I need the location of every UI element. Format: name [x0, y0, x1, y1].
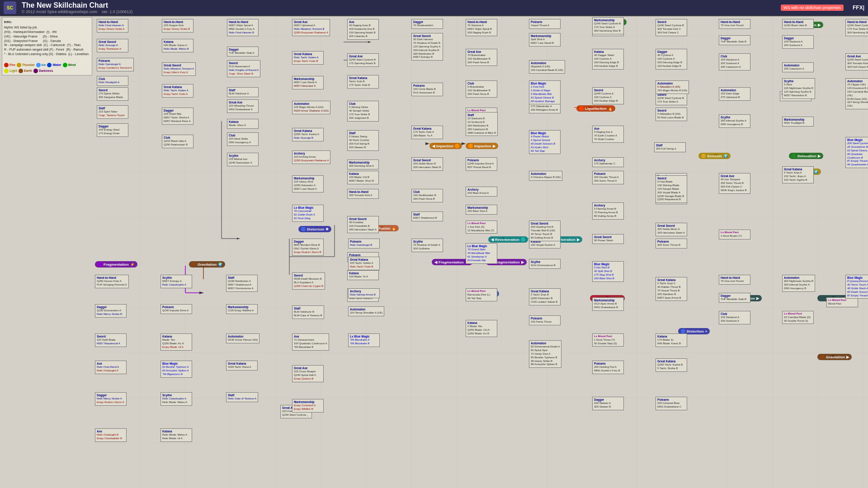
sc-impaction-left: ◀ Impaction	[429, 143, 462, 149]
node-automaton-ct: Automaton 0 Chimera Ripper B (VE)	[529, 171, 562, 181]
node-katana-bot2: Katana Relic Blade: Metsu A Relic Blade:…	[160, 428, 192, 442]
sc-liquefaction-top: Liquefaction 🔥	[576, 105, 615, 112]
node-marksmanship-cb: Marksmanship Empy Coronach A Empy Wildfi…	[292, 399, 324, 413]
node-greatsword-top: Great Sword Relic Scourge A Empy Torelea…	[97, 39, 128, 52]
node-staff-cb: Staff BLM Vidohunir B BLM Gate of Tartar…	[292, 305, 324, 319]
node-pld-3: Sword PLD Atonement A Relic Knights of R…	[227, 60, 260, 77]
sc-distortion: Distortion ❄	[298, 226, 331, 232]
node-archery-addon: Archery 175 Sidewinder C	[592, 157, 624, 167]
node-dagger-2: Dagger 225 Shark Bite M357 Tachi: Shoha …	[162, 108, 193, 125]
info-line-4: (SS) - Sharpshot Frame (G) - Garuda	[4, 39, 90, 43]
chart-icon: SC	[4, 1, 16, 14]
node-katana-bottomright: Katana 175 Blade: Ei NIN Blade: Kamu B	[656, 333, 687, 347]
sc-detonation-right: Detonation ▶	[789, 153, 823, 159]
node-greataxe-center1: Great Axe Q240 Steel Cyclone B 175 Spinn…	[347, 53, 379, 67]
node-club-top: Club Relic Randgrith A	[97, 76, 128, 86]
node-marksmanship-4: Marksmanship 225 Heavy Shot Q250 Detonat…	[292, 175, 324, 192]
node-staff-bot2: Staff Relic Gate of Tartarus A	[226, 392, 258, 402]
node-sword-200: Great Sword 200 Sickle Moon A 200 Hercul…	[656, 223, 687, 236]
sc-gravitation: Gravitation 🌍	[189, 261, 225, 267]
node-automaton-fr: Automaton 150 Keen Edge 275 Upheaval B	[719, 87, 750, 101]
node-bluemagic-ct: Lv Blue Magic 70 Grand Slam 44 Mandibula…	[466, 243, 497, 264]
node-staff-ct: Staff M357 Shattersoul B	[411, 211, 443, 221]
main-container: SC The New Skillchain Chart © 2012 Arcie…	[0, 0, 868, 488]
node-greataxe-3: Great Axe 220 Wheeling Thrust DRG Drakes…	[227, 99, 259, 113]
node-greataxe-center2: Great Katana 175 Tachi: Koki A 290 Blade…	[411, 126, 443, 139]
node-greatsword-right1: Great Axe 70 Brainshaker 150 Skullbreake…	[466, 49, 497, 66]
node-scythe-ct: Scythe 70 Shadow of Death A 200 Guilloti…	[411, 239, 443, 252]
elem-wind: Wind	[63, 63, 76, 67]
node-scythe-bot2: Scythe Relic Catastrophe A Relic Blade: …	[160, 392, 192, 406]
node-marksmanship-r1: Marksmanship Q240 Steel Cyclone B 175 Tr…	[592, 17, 624, 34]
node-marksmanship-xr: Marksmanship RNG Trueflight B	[782, 117, 814, 127]
node-dagger-addon2: Dagger 200 Skewer A 300 Skewer B	[592, 397, 624, 410]
node-automaton-xr: Automaton 290 Cataclysm A	[782, 62, 814, 72]
sc-gravitation-bottom: Gravitation ▶	[817, 354, 852, 360]
node-hth-xrb: Hand-to-Hand Q240 Steel Cyclone B 175 Tr…	[845, 19, 868, 36]
node-greatsword-2: Great Sword Relic Metatron Torment A Emp…	[162, 62, 196, 76]
info-line-5: W - campaign weapon skill (C) - Carbuncl…	[4, 43, 90, 47]
chart-area: Hand-to-Hand Relic Final Heaven A Empy V…	[95, 17, 868, 488]
node-blm-3: Staff BLM Vidohunir A	[227, 87, 259, 97]
node-katana-4: Great Katana Relic Tachi: Kaiten A Empy …	[292, 51, 324, 65]
node-dagger-bot2: Dagger Relic Mercy Stroke A Empy Rudra's…	[95, 392, 127, 406]
node-hth-right1: Hand-to-Hand 70 Stamina A M357 Shijin Sp…	[466, 19, 497, 36]
node-dagger-fr: Dagger THF Mandelic Stab B	[719, 35, 750, 45]
node-dagger-c2: Dagger 70 Shadowstitch	[411, 19, 443, 29]
node-sword-addon2: Sword 0 Abbaddon B (SS) 50 Red Lotus Bla…	[656, 108, 687, 121]
node-polearm-top: Polearm Relic Geirskogul A Empy Camlann'…	[97, 58, 134, 71]
node-greatsword-bottomright: Great Katana Q250 Tachi: Kasha B 5 Tachi…	[656, 358, 687, 372]
elem-dark: Darkness	[33, 69, 53, 73]
node-archery-4b: Archery 225 Arching Arrow Q250 Empyreain…	[292, 150, 330, 164]
node-sword-neartr: Sword 5 Fast Blade 100 Shining Blade 125…	[656, 175, 687, 203]
node-katana-dist: Katana 5 Blade: Rin Q250 Blade: Chi A Q2…	[466, 320, 497, 337]
node-scythe-xr: Scythe 5 Slice 100 Nightmare Scythe B 12…	[782, 78, 815, 99]
node-bluemagic-cb: Lv Blue Magic *99 Bloodrake A *99 Bloodr…	[348, 333, 380, 347]
sc-reverberation-left: ◀ Reverberation	[488, 236, 528, 243]
node-hth-gravbot: Great Sword 200 Howling Fist B Thunder B…	[529, 221, 561, 241]
node-polearm-addon: Polearm 150 Penta Thrust	[529, 315, 561, 325]
node-dagger-top: Dagger 150 Energy Steal 175 Energy Drain	[97, 123, 128, 137]
node-marksmanship-right1: Marksmanship Split Shot A M357 Last Stan…	[529, 33, 561, 47]
sc-fragmentation-left: Fragmentation ⚡	[95, 261, 137, 267]
node-bloodpact-bottomright: Lv Blood Pact 23 Cannibal Blade (D) 30 D…	[782, 311, 814, 324]
node-club-bottomright: Club 100 Starburst A 200 Sunburst A	[719, 311, 750, 324]
node-sword-center2: Great Sword 200 Sickle Moon B 200 Hercul…	[411, 157, 443, 171]
node-katana-bot: Katana Blade: Ten Q250 Blade: Ku A Empy …	[160, 333, 192, 351]
elem-fire: Fire	[4, 63, 15, 67]
node-greatkatana-bot: Great Katana SAM Tachi: Rana A	[226, 361, 258, 371]
node-archery-cb: Archery Relic Namas Arrow B	[348, 288, 380, 298]
node-axe-cb: Axe 71 Disseverment 100 Quadratic Contin…	[292, 333, 329, 351]
node-katana-r1: Katana 40 Dagger Slash 100 Cyclone A 200…	[592, 49, 624, 70]
node-greatkatana-cb: Great Katana 225 Tachi: Gekko A Relic Ta…	[348, 257, 380, 270]
page-subtitle: © 2012 Arciel Spira wilddragonohepc.com …	[22, 9, 132, 14]
node-greatsword-c2: Great Sword 30 Dark Harvest 70 Shadow of…	[411, 33, 443, 61]
node-scythe-3: Scythe 225 Mistral Axe Q240 Decimation A	[227, 153, 259, 166]
node-hth-2: Hand-to-Hand 225 Dragon Kick Empy Victor…	[162, 19, 193, 33]
info-line-6: R - PUP automaton ranged skill (F) - Fen…	[4, 47, 90, 52]
node-dagger-bottomright: Dagger THF Mandelic Stab B	[719, 293, 750, 303]
node-bluemagic-bottomright: Blue Magic 8 Queasyshroom 40 Terror Touc…	[845, 275, 868, 299]
node-club-2: Club Q210 Black Halo A Q250 Realmrazer B	[162, 135, 193, 148]
node-scythe-bot: Scythe M357 Entropy A Relic Catastrophe …	[160, 275, 192, 288]
node-katana-2: Katana NIN Blade: Kamu A Relic Blade: Me…	[162, 39, 193, 52]
node-dagger-ra: Dagger 40 Cyclone A 100 Cyclone A 200 Da…	[656, 49, 687, 70]
node-sword-ra: Sword Q240 Steel Cyclone B 300 Tornado K…	[656, 19, 687, 36]
node-bluemagic-xr: Blue Magic 200 Steel Cyclone 26 Screwdri…	[845, 137, 868, 168]
node-katana-ct: Katana 100 Blade: To A	[347, 270, 379, 280]
node-club-center1: Club 5 Shining Strike 40 Seraph Strike 1…	[347, 101, 379, 122]
node-club-fr: Club 100 Starburst A 200 Sunburst A 290 …	[719, 53, 750, 70]
info-line-2: (HS) - Harlequin/Stormwaker (I) - Ifrit	[4, 30, 90, 34]
node-scythe-fr: Scythe 300 Infernal Scythe A DRK Insurge…	[719, 114, 750, 128]
node-greatkatana-r: Great Katana 5 Tachi: Enpi B Q250 Detona…	[529, 288, 561, 305]
node-sword-addon: Sword Q240 Cyclone A 100 Cyclone A 200 A…	[592, 87, 624, 104]
node-greatsword-xrb: Great Axe Q240 Steel Cyclone B 300 Torna…	[845, 53, 868, 70]
node-hth-ct: Hand-to-Hand 300 Tornado Kick A	[347, 189, 379, 199]
node-dagger-bot: Dagger Q230 Evisceration A Relic Mercy S…	[95, 304, 127, 318]
node-polearm-cb: Polearm Relic Geirskogul B	[348, 239, 380, 249]
node-hth-xr: Hand-to-Hand Q230 Black Halo B	[782, 19, 814, 29]
node-archery-4: Marksmanship M357 Last Stand A M357 Deto…	[292, 76, 324, 89]
sc-scission-right: Scission 🌍	[698, 153, 731, 159]
elem-thunder: Thunder	[17, 63, 35, 67]
node-marksmanship-bot: Marksmanship COR Empy Wildfire A	[226, 304, 258, 314]
